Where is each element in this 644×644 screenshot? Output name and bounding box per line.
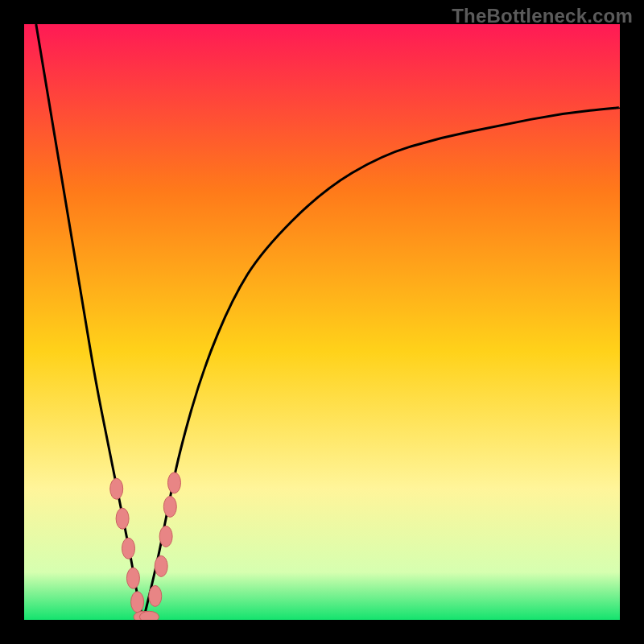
valley-marker (131, 592, 144, 613)
valley-marker (116, 508, 129, 529)
valley-marker (122, 538, 135, 559)
valley-marker (167, 473, 180, 493)
watermark-text: TheBottleneck.com (452, 5, 633, 27)
valley-marker (139, 611, 159, 620)
gradient-background (24, 24, 620, 620)
outer-black-frame: TheBottleneck.com (0, 0, 644, 644)
plot-area (24, 24, 620, 620)
valley-marker (110, 478, 123, 499)
valley-marker (149, 585, 162, 606)
valley-marker (155, 555, 167, 576)
valley-marker (163, 496, 176, 517)
valley-marker (159, 526, 172, 547)
valley-marker (126, 568, 139, 588)
bottleneck-curve-chart (24, 24, 620, 620)
